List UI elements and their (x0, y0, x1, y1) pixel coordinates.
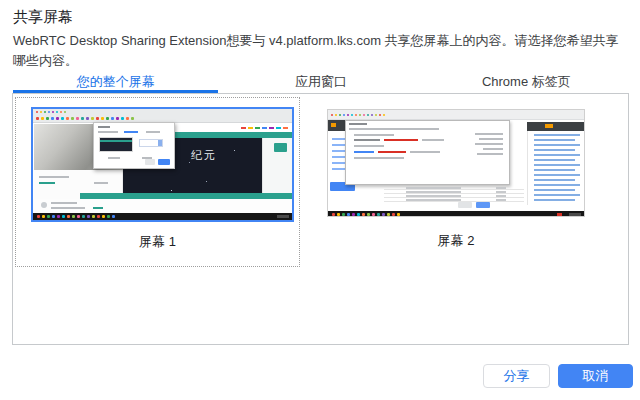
sidebar-links (328, 134, 358, 170)
sidebar-logo (328, 120, 358, 131)
screen-2-label: 屏幕 2 (306, 232, 606, 250)
teal-button (274, 143, 287, 152)
mini-screen-preview (99, 137, 133, 152)
screen-option-1[interactable]: 纪元 (15, 97, 300, 267)
popup-dialog (93, 122, 175, 169)
dark-hero-area: 纪元 (123, 138, 262, 200)
screen-picker-panel: 纪元 (12, 93, 629, 345)
browser-toolbar (33, 109, 292, 123)
site-header-bar (123, 132, 292, 138)
screen-2-thumbnail[interactable] (327, 109, 585, 217)
webcam-preview (34, 124, 123, 170)
browser-toolbar (328, 110, 584, 120)
site-navbar (123, 124, 292, 132)
data-table (384, 186, 524, 202)
dialog-description: WebRTC Desktop Sharing Extension想要与 v4.p… (13, 31, 630, 71)
right-link-list (527, 131, 584, 205)
mini-gray-button (145, 159, 155, 165)
taskbar-clock (569, 213, 581, 216)
blue-button (476, 202, 490, 208)
mini-blue-button (158, 159, 170, 165)
screen-1-thumbnail[interactable]: 纪元 (31, 107, 294, 222)
taskbar-notification (557, 213, 562, 216)
screen-option-2[interactable]: 屏幕 2 (306, 97, 606, 267)
tab-application-window[interactable]: 应用窗口 (218, 73, 423, 93)
sidebar-button (330, 182, 355, 191)
tab-chrome-tab[interactable]: Chrome 标签页 (424, 73, 629, 93)
dialog-title: 共享屏幕 (13, 8, 73, 27)
popup-window (345, 120, 510, 185)
chat-strip (33, 199, 292, 213)
hero-caption: 纪元 (191, 148, 217, 163)
taskbar-clock (277, 215, 289, 218)
right-panel-header (527, 122, 584, 131)
screen-1-label: 屏幕 1 (16, 233, 299, 251)
tab-entire-screen[interactable]: 您的整个屏幕 (13, 73, 218, 93)
lower-teal-bar (80, 193, 292, 199)
right-panel (262, 138, 292, 200)
taskbar (33, 213, 292, 220)
mini-number-input (139, 139, 163, 147)
share-button[interactable]: 分享 (483, 364, 550, 388)
taskbar (328, 211, 584, 216)
webcam-panel (34, 170, 123, 200)
gray-button (458, 202, 472, 208)
source-tabs: 您的整个屏幕 应用窗口 Chrome 标签页 (13, 73, 629, 93)
cancel-button[interactable]: 取消 (558, 364, 633, 388)
